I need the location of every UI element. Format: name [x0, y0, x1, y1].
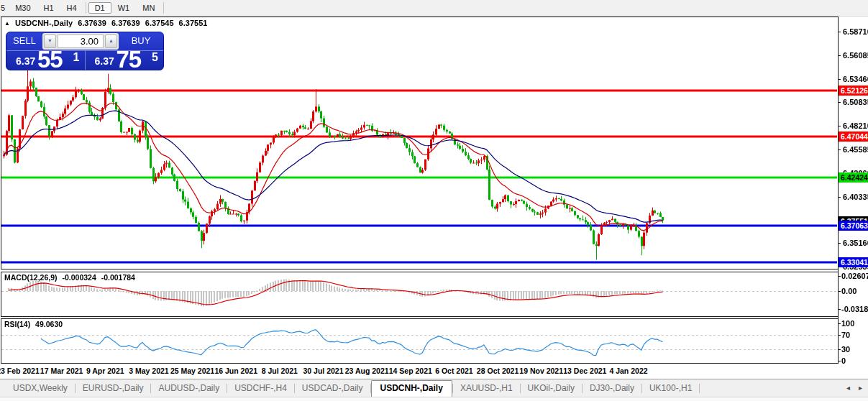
time-axis-label: 28 Oct 2021: [477, 367, 518, 375]
price-axis-tick: 6.35160: [843, 239, 868, 247]
timeframe-button-w1[interactable]: W1: [111, 2, 137, 14]
metatrader-window: 5M30H1H4D1W1MN ▲ USDCNH-,Daily 6.37639 6…: [0, 0, 868, 401]
chart-tab-uk100-h1[interactable]: UK100-,H1: [642, 380, 699, 397]
price-axis-tick: 6.50835: [843, 98, 868, 106]
ohlc-open-value: 6.37639: [78, 19, 106, 27]
sell-price-point: 1: [73, 51, 80, 64]
time-axis-label: 23 Feb 2021: [0, 367, 40, 375]
chart-tab-bar: USDX,WeeklyEURUSD-,DailyAUDUSD-,DailyUSD…: [0, 379, 868, 397]
tab-scroll-left-button[interactable]: ◂: [846, 384, 850, 392]
macd-axis-tick: 0.00: [841, 287, 856, 295]
time-axis-label: 19 Nov 2021: [519, 367, 563, 375]
chart-window: ▲ USDCNH-,Daily 6.37639 6.37639 6.37545 …: [0, 17, 868, 364]
time-axis-label: 9 Apr 2021: [86, 367, 124, 375]
chart-tab-usdchf-h4[interactable]: USDCHF-,H4: [227, 380, 294, 397]
macd-axis-tick: -0.03187: [841, 305, 868, 313]
level-price-badge: 6.37063: [839, 221, 868, 231]
chart-ohlc-header: ▲ USDCNH-,Daily 6.37639 6.37639 6.37545 …: [4, 19, 210, 27]
volume-input[interactable]: [58, 34, 104, 48]
chart-tab-xauusd-h1[interactable]: XAUUSD-,H1: [453, 380, 520, 397]
buy-price-pips: 75: [117, 46, 142, 73]
price-axis-tick: 6.56085: [843, 51, 868, 60]
time-axis-label: 8 Jul 2021: [262, 367, 298, 375]
time-axis[interactable]: 23 Feb 202117 Mar 20219 Apr 20213 May 20…: [0, 364, 868, 379]
chart-tab-audusd-daily[interactable]: AUDUSD-,Daily: [151, 380, 227, 397]
time-axis-label: 17 Mar 2021: [40, 367, 83, 375]
tab-scroll-right-button[interactable]: ▸: [859, 384, 862, 392]
time-axis-label: 25 May 2021: [170, 367, 214, 375]
time-axis-label: 13 Dec 2021: [563, 367, 606, 375]
rsi-name: RSI(14): [4, 320, 30, 328]
macd-name: MACD(12,26,9): [4, 273, 58, 282]
timeframe-button-5[interactable]: 5: [0, 2, 9, 14]
time-axis-label: 23 Aug 2021: [345, 367, 389, 375]
buy-price-display[interactable]: 6.37 75 5: [86, 51, 164, 70]
price-axis-tick: 6.58710: [843, 27, 868, 36]
toolbar-separator: [163, 2, 164, 14]
buy-price-point: 5: [152, 51, 158, 64]
timeframe-button-mn[interactable]: MN: [136, 2, 161, 14]
time-axis-label: 4 Jan 2022: [609, 367, 647, 375]
sell-price-display[interactable]: 6.37 55 1: [6, 51, 86, 70]
rsi-axis-tick: 70: [841, 331, 850, 339]
timeframe-button-m30[interactable]: M30: [9, 2, 37, 14]
chart-symbol-label: USDCNH-,Daily: [15, 19, 73, 27]
level-price-badge: 6.47044: [839, 132, 868, 142]
time-axis-label: 30 Jul 2021: [303, 367, 343, 375]
time-axis-label: 16 Jun 2021: [214, 367, 257, 375]
rsi-value: 49.0630: [35, 320, 63, 328]
sell-price-pips: 55: [37, 46, 63, 73]
volume-increase-button[interactable]: ▲: [105, 34, 117, 48]
one-click-collapse-icon[interactable]: ▲: [4, 20, 10, 27]
macd-axis-tick: 0.02607: [841, 272, 868, 280]
macd-signal-value: -0.001784: [101, 273, 135, 282]
timeframe-toolbar: 5M30H1H4D1W1MN: [0, 0, 868, 17]
price-axis-tick: 6.45585: [843, 145, 868, 154]
status-bar-strip: [0, 397, 868, 401]
price-axis-tick: 6.40335: [843, 193, 868, 201]
time-axis-label: 14 Sep 2021: [389, 367, 432, 375]
price-axis-tick: 6.48210: [843, 121, 868, 130]
time-axis-label: 6 Oct 2021: [435, 367, 473, 375]
chart-tab-usdcad-daily[interactable]: USDCAD-,Daily: [295, 380, 370, 397]
level-price-badge: 6.33041: [839, 257, 868, 267]
ohlc-close-value: 6.37551: [179, 19, 208, 27]
timeframe-button-h1[interactable]: H1: [37, 2, 60, 14]
chart-tab-eurusd-daily[interactable]: EURUSD-,Daily: [76, 380, 151, 397]
price-axis-tick: 6.53460: [843, 75, 868, 83]
ohlc-low-value: 6.37545: [145, 19, 174, 27]
toolbar-separator: [86, 2, 86, 14]
ohlc-high-value: 6.37639: [111, 19, 140, 27]
timeframe-button-h4[interactable]: H4: [60, 2, 83, 14]
one-click-trading-panel: SELL ▼ ▲ BUY 6.37 55 1 6.37 75 5: [6, 32, 164, 70]
chart-tab-ukoil-daily[interactable]: UKOil-,Daily: [521, 380, 582, 397]
timeframe-button-d1[interactable]: D1: [88, 2, 111, 14]
level-price-badge: 6.52126: [839, 86, 868, 96]
level-price-badge: 6.42424: [839, 172, 868, 183]
chart-tab-usdx-weekly[interactable]: USDX,Weekly: [6, 380, 75, 397]
buy-price-base: 6.37: [95, 55, 114, 67]
tab-separator: [699, 384, 700, 393]
time-axis-label: 3 May 2021: [129, 367, 168, 375]
sell-price-base: 6.37: [16, 55, 35, 67]
rsi-indicator-label: RSI(14) 49.0630: [4, 320, 65, 328]
macd-indicator-label: MACD(12,26,9) -0.000324 -0.001784: [4, 273, 138, 282]
rsi-axis-tick: 30: [841, 345, 850, 354]
chart-tab-usdcnh-daily[interactable]: USDCNH-,Daily: [371, 380, 452, 397]
chart-tab-dj30-daily[interactable]: DJ30-,Daily: [583, 380, 641, 397]
macd-main-value: -0.000324: [62, 273, 96, 282]
rsi-axis-tick: 100: [841, 319, 854, 328]
